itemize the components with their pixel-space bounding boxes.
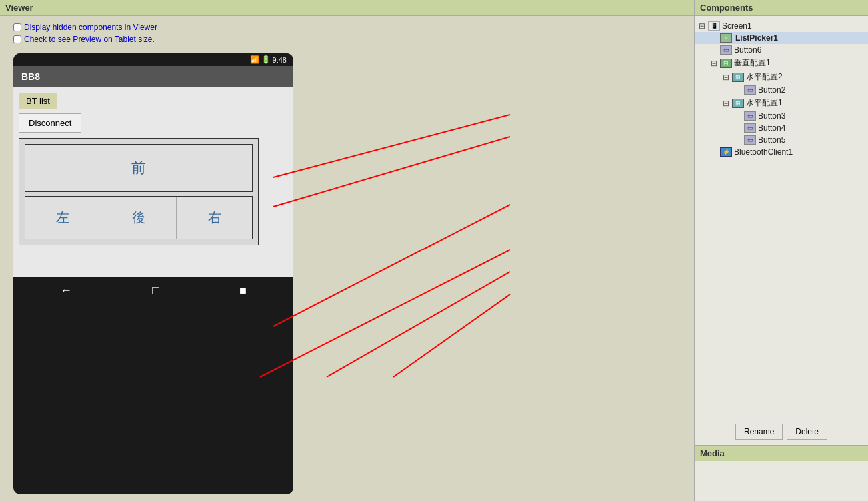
icon-button4: ▭ xyxy=(744,123,756,133)
components-panel: Components ⊟📱Screen1≡ListPicker1▭Button6… xyxy=(695,0,868,501)
phone-screen: BT list Disconnect 前 左 xyxy=(13,87,293,250)
time-display: 9:48 xyxy=(273,56,287,64)
svg-line-5 xyxy=(393,294,510,377)
icon-screen1: 📱 xyxy=(708,21,720,31)
svg-line-3 xyxy=(260,250,510,377)
components-header: Components xyxy=(695,0,868,16)
delete-button[interactable]: Delete xyxy=(787,424,827,440)
tree-item-button3[interactable]: ▭Button3 xyxy=(695,110,868,122)
icon-button3: ▭ xyxy=(744,111,756,121)
hidden-components-checkbox[interactable] xyxy=(13,23,21,31)
phone-title-bar: BB8 xyxy=(13,66,293,87)
battery-icon: 🔋 xyxy=(261,55,271,64)
bt-list-button[interactable]: BT list xyxy=(19,93,57,109)
phone-nav-bar: ← □ ■ xyxy=(13,277,293,304)
media-header: Media xyxy=(695,445,868,461)
tree-item-button2[interactable]: ▭Button2 xyxy=(695,84,868,96)
viewer-wrapper: 📶 🔋 9:48 BB8 BT list Disconnect xyxy=(13,47,293,494)
disconnect-button[interactable]: Disconnect xyxy=(19,113,81,133)
wifi-icon: 📶 xyxy=(250,55,259,64)
label-horiz2: 水平配置2 xyxy=(746,71,783,83)
components-content: ⊟📱Screen1≡ListPicker1▭Button6⊟⊟垂直配置1⊟⊞水平… xyxy=(695,16,868,418)
viewer-title: Viewer xyxy=(5,3,33,13)
label-button6: Button6 xyxy=(734,45,761,55)
app-title: BB8 xyxy=(21,71,40,82)
icon-button6: ▭ xyxy=(720,45,732,55)
expand-icon-horiz2[interactable]: ⊟ xyxy=(721,73,731,82)
checkbox-row-1: Display hidden components in Viewer xyxy=(13,23,157,32)
svg-line-0 xyxy=(273,115,510,177)
tree-item-horiz2[interactable]: ⊟⊞水平配置2 xyxy=(695,70,868,84)
tree-item-bt1[interactable]: ⚡BluetoothClient1 xyxy=(695,146,868,158)
expand-icon-horiz1[interactable]: ⊟ xyxy=(721,99,731,108)
back-button[interactable]: 後 xyxy=(101,197,177,239)
label-button2: Button2 xyxy=(758,85,785,95)
icon-bt1: ⚡ xyxy=(720,147,732,157)
tablet-preview-label: Check to see Preview on Tablet size. xyxy=(24,35,155,44)
svg-line-1 xyxy=(273,137,510,207)
home-nav-icon: □ xyxy=(152,284,159,298)
viewer-header: Viewer xyxy=(0,0,694,16)
control-area: 前 左 後 右 xyxy=(19,138,259,245)
icon-button2: ▭ xyxy=(744,85,756,95)
label-button5: Button5 xyxy=(758,135,785,145)
label-horiz1: 水平配置1 xyxy=(746,97,783,109)
svg-line-2 xyxy=(273,205,510,326)
label-button4: Button4 xyxy=(758,123,785,133)
forward-button[interactable]: 前 xyxy=(25,144,253,192)
expand-icon-screen1[interactable]: ⊟ xyxy=(697,21,707,31)
media-title: Media xyxy=(700,448,725,458)
label-bt1: BluetoothClient1 xyxy=(734,147,793,157)
rename-button[interactable]: Rename xyxy=(735,424,783,440)
label-listpicker1: ListPicker1 xyxy=(734,33,779,43)
right-button[interactable]: 右 xyxy=(177,197,252,239)
tree-item-button6[interactable]: ▭Button6 xyxy=(695,44,868,56)
icon-horiz1: ⊞ xyxy=(732,99,744,108)
checkbox-row-2: Check to see Preview on Tablet size. xyxy=(13,35,155,44)
viewer-content: Display hidden components in Viewer Chec… xyxy=(0,16,694,501)
icon-vert1: ⊟ xyxy=(720,59,732,68)
viewer-panel: Viewer Display hidden components in View… xyxy=(0,0,695,501)
status-icons: 📶 🔋 9:48 xyxy=(250,55,287,64)
label-button3: Button3 xyxy=(758,111,785,121)
phone-bottom-area xyxy=(13,250,293,277)
tree-item-button5[interactable]: ▭Button5 xyxy=(695,134,868,146)
tree-item-screen1[interactable]: ⊟📱Screen1 xyxy=(695,20,868,32)
bottom-buttons-container: 左 後 右 xyxy=(25,196,253,239)
icon-horiz2: ⊞ xyxy=(732,73,744,82)
label-vert1: 垂直配置1 xyxy=(734,57,771,69)
left-button[interactable]: 左 xyxy=(25,197,101,239)
label-screen1: Screen1 xyxy=(722,21,752,31)
media-area xyxy=(695,461,868,501)
icon-button5: ▭ xyxy=(744,135,756,145)
components-footer: Rename Delete xyxy=(695,418,868,445)
phone-mockup: 📶 🔋 9:48 BB8 BT list Disconnect xyxy=(13,53,293,494)
back-nav-icon: ← xyxy=(60,284,72,298)
tablet-preview-checkbox[interactable] xyxy=(13,35,21,43)
expand-icon-vert1[interactable]: ⊟ xyxy=(709,59,719,68)
icon-listpicker1: ≡ xyxy=(720,33,732,43)
svg-line-4 xyxy=(327,272,510,377)
components-title: Components xyxy=(700,3,753,13)
recent-nav-icon: ■ xyxy=(239,284,247,298)
tree-item-horiz1[interactable]: ⊟⊞水平配置1 xyxy=(695,96,868,110)
tree-item-button4[interactable]: ▭Button4 xyxy=(695,122,868,134)
tree-item-vert1[interactable]: ⊟⊟垂直配置1 xyxy=(695,56,868,70)
tree-item-listpicker1[interactable]: ≡ListPicker1 xyxy=(695,32,868,44)
hidden-components-label: Display hidden components in Viewer xyxy=(24,23,157,32)
phone-status-bar: 📶 🔋 9:48 xyxy=(13,53,293,66)
